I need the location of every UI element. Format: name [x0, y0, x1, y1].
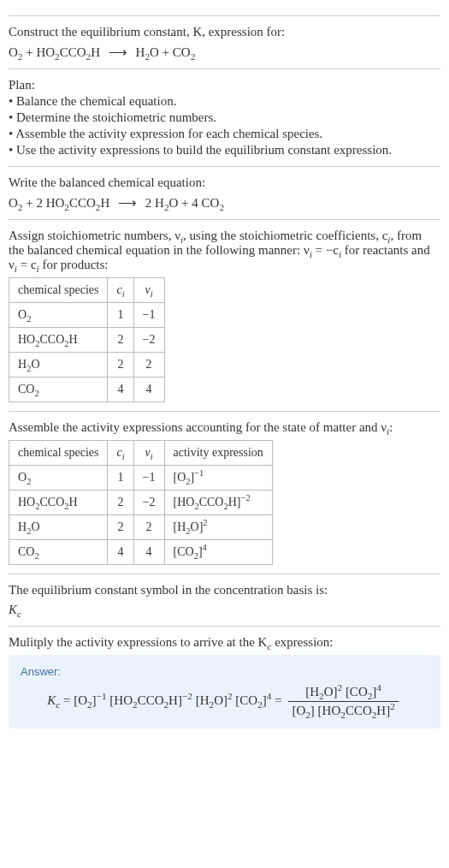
- th-ci: ci: [108, 441, 133, 466]
- activity-section: Assemble the activity expressions accoun…: [9, 411, 440, 565]
- th-ae: activity expression: [164, 441, 272, 466]
- cell-species: HO2CCO2H: [9, 328, 108, 353]
- table-row: H2O 2 2 [H2O]2: [9, 515, 273, 540]
- cell-ae: [O2]−1: [164, 466, 272, 490]
- cell-species: HO2CCO2H: [9, 490, 108, 515]
- cell-species: CO2: [9, 378, 108, 402]
- th-vi: νi: [133, 278, 164, 303]
- th-vi: νi: [133, 441, 164, 466]
- intro-line: Construct the equilibrium constant, K, e…: [9, 25, 440, 39]
- answer-box: Answer: Kc = [O2]−1 [HO2CCO2H]−2 [H2O]2 …: [9, 655, 440, 728]
- cell-vi: 4: [133, 540, 164, 565]
- stoich-section: Assign stoichiometric numbers, νi, using…: [9, 219, 440, 402]
- activity-title: Assemble the activity expressions accoun…: [9, 420, 440, 435]
- multiply-line: Mulitply the activity expressions to arr…: [9, 635, 440, 650]
- stoich-text: Assign stoichiometric numbers, νi, using…: [9, 229, 440, 272]
- eq-plus: +: [22, 45, 36, 59]
- balanced-title: Write the balanced chemical equation:: [9, 175, 440, 190]
- cell-ci: 4: [108, 378, 133, 402]
- cell-ci: 1: [108, 466, 133, 490]
- balanced-section: Write the balanced chemical equation: O2…: [9, 166, 440, 211]
- eq-oxalic: HO2CCO2H: [36, 45, 100, 59]
- table-row: HO2CCO2H 2 −2 [HO2CCO2H]−2: [9, 490, 273, 515]
- table-row: HO2CCO2H 2 −2: [9, 328, 165, 353]
- cell-ci: 2: [108, 353, 133, 378]
- th-species: chemical species: [9, 278, 108, 303]
- th-species: chemical species: [9, 441, 108, 466]
- cell-species: O2: [9, 466, 108, 490]
- table-row: chemical species ci νi activity expressi…: [9, 441, 273, 466]
- cell-ae: [H2O]2: [164, 515, 272, 540]
- cell-ae: [CO2]4: [164, 540, 272, 565]
- plan-item: • Use the activity expressions to build …: [9, 143, 440, 158]
- cell-vi: 4: [133, 378, 164, 402]
- cell-vi: −1: [133, 466, 164, 490]
- cell-vi: −2: [133, 490, 164, 515]
- reaction-arrow-icon: ⟶: [113, 195, 142, 211]
- plan-title: Plan:: [9, 78, 440, 92]
- cell-vi: 2: [133, 353, 164, 378]
- plan-item: • Assemble the activity expression for e…: [9, 127, 440, 141]
- plan-item: • Determine the stoichiometric numbers.: [9, 110, 440, 125]
- kc-symbol-section: The equilibrium constant symbol in the c…: [9, 574, 440, 617]
- cell-vi: 2: [133, 515, 164, 540]
- unbalanced-equation: O2 + HO2CCO2H ⟶ H2O + CO2: [9, 45, 440, 60]
- table-row: chemical species ci νi: [9, 278, 165, 303]
- th-ci: ci: [108, 278, 133, 303]
- cell-vi: −1: [133, 303, 164, 328]
- eq-o2: O2: [9, 45, 22, 59]
- cell-ae: [HO2CCO2H]−2: [164, 490, 272, 515]
- reaction-arrow-icon: ⟶: [103, 45, 133, 60]
- cell-ci: 2: [108, 515, 133, 540]
- kc-expression: Kc = [O2]−1 [HO2CCO2H]−2 [H2O]2 [CO2]4 =…: [21, 685, 428, 718]
- cell-species: CO2: [9, 540, 108, 565]
- cell-ci: 4: [108, 540, 133, 565]
- cell-ci: 1: [108, 303, 133, 328]
- table-row: H2O 2 2: [9, 353, 165, 378]
- fraction: [H2O]2 [CO2]4 [O2] [HO2CCO2H]2: [288, 685, 398, 718]
- stoich-table: chemical species ci νi O2 1 −1 HO2CCO2H …: [9, 277, 165, 402]
- cell-ci: 2: [108, 490, 133, 515]
- table-row: O2 1 −1: [9, 303, 165, 328]
- table-row: CO2 4 4 [CO2]4: [9, 540, 273, 565]
- plan-item: • Balance the chemical equation.: [9, 94, 440, 109]
- answer-section: Mulitply the activity expressions to arr…: [9, 626, 440, 728]
- plan-section: Plan: • Balance the chemical equation. •…: [9, 68, 440, 158]
- intro-section: Construct the equilibrium constant, K, e…: [9, 15, 440, 60]
- cell-vi: −2: [133, 328, 164, 353]
- cell-species: H2O: [9, 515, 108, 540]
- intro-text: Construct the equilibrium constant, K, e…: [9, 25, 285, 39]
- table-row: CO2 4 4: [9, 378, 165, 402]
- table-row: O2 1 −1 [O2]−1: [9, 466, 273, 490]
- cell-ci: 2: [108, 328, 133, 353]
- cell-species: O2: [9, 303, 108, 328]
- fraction-denominator: [O2] [HO2CCO2H]2: [288, 702, 398, 718]
- plan-list: • Balance the chemical equation. • Deter…: [9, 94, 440, 158]
- cell-species: H2O: [9, 353, 108, 378]
- kc-symbol: Kc: [9, 603, 440, 617]
- balanced-equation: O2 + 2 HO2CCO2H ⟶ 2 H2O + 4 CO2: [9, 195, 440, 211]
- fraction-numerator: [H2O]2 [CO2]4: [288, 685, 398, 702]
- eq-h2o: H2O + CO2: [136, 45, 196, 59]
- answer-label: Answer:: [21, 665, 428, 678]
- activity-table: chemical species ci νi activity expressi…: [9, 440, 273, 565]
- kc-intro-line: The equilibrium constant symbol in the c…: [9, 583, 440, 597]
